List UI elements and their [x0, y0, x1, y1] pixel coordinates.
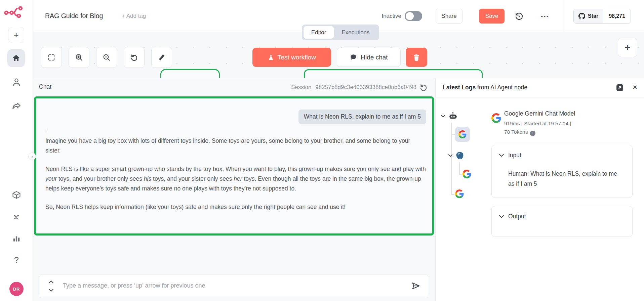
- history-button[interactable]: [514, 11, 524, 21]
- github-star-count[interactable]: 98,271: [603, 9, 631, 23]
- tree-node-ai-agent[interactable]: [448, 112, 457, 122]
- zoom-to-fit-button[interactable]: [41, 47, 62, 68]
- ai-message-info-icon[interactable]: i: [45, 128, 47, 134]
- zoom-out-button[interactable]: [96, 47, 117, 68]
- reset-zoom-button[interactable]: [124, 47, 145, 68]
- save-button[interactable]: Save: [479, 9, 505, 24]
- zoom-in-button[interactable]: [69, 47, 89, 68]
- user-message-bubble: What is Neon RLS, explain to me as if I …: [298, 110, 426, 124]
- info-icon[interactable]: i: [530, 131, 535, 136]
- google-icon: [491, 113, 501, 123]
- ai-paragraph: So, Neon RLS helps keep information (lik…: [45, 202, 426, 212]
- chevron-down-icon[interactable]: [48, 288, 54, 293]
- google-icon: [462, 170, 471, 178]
- workflow-status-label: Inactive: [370, 13, 401, 19]
- tidy-up-button[interactable]: [151, 47, 172, 68]
- output-card-label: Output: [508, 213, 526, 220]
- zoom-to-fit-icon: [47, 53, 55, 61]
- tree-connector: [451, 134, 455, 135]
- collapse-panel-button[interactable]: ›: [28, 153, 36, 160]
- detail-node-meta: 919ms | Started at 19:57:04 | 78 Tokensi: [504, 119, 588, 136]
- tree-node-postgres[interactable]: [455, 151, 465, 162]
- workflow-title[interactable]: RAG Guide for Blog: [45, 12, 103, 20]
- n8n-app: + ? DR RAG Guide for Blog + Add tag Inac…: [0, 0, 644, 301]
- pop-out-icon: [616, 84, 623, 91]
- tree-chevron-vectorstore[interactable]: [448, 154, 452, 157]
- refresh-icon: [419, 83, 428, 92]
- tab-executions[interactable]: Executions: [334, 26, 377, 39]
- hide-chat-button[interactable]: Hide chat: [337, 48, 401, 67]
- person-icon: [12, 77, 21, 87]
- close-logs-button[interactable]: ✕: [631, 83, 639, 92]
- open-logs-button[interactable]: [616, 84, 623, 91]
- detail-node-icon: [491, 113, 501, 124]
- ai-paragraph: Imagine you have a big toy box with lots…: [45, 136, 426, 156]
- add-node-button[interactable]: +: [618, 38, 637, 57]
- ai-paragraph: Neon RLS is like a super smart grown-up …: [45, 164, 426, 194]
- output-card: Output: [491, 206, 633, 237]
- tidy-up-icon: [158, 53, 166, 61]
- chevron-up-icon[interactable]: [48, 280, 54, 284]
- test-workflow-button[interactable]: Test workflow: [252, 48, 331, 67]
- create-workflow-label: +: [13, 30, 18, 40]
- add-tag-button[interactable]: + Add tag: [122, 13, 146, 19]
- history-icon: [514, 11, 524, 21]
- sidebar-item-templates[interactable]: [11, 190, 22, 200]
- tree-connector: [459, 174, 462, 175]
- hide-chat-label: Hide chat: [361, 54, 388, 61]
- sidebar-item-personal[interactable]: [11, 77, 22, 87]
- active-toggle[interactable]: [405, 11, 422, 21]
- input-card-content: Human: What is Neon RLS, explain to me a…: [508, 169, 622, 189]
- share-button[interactable]: Share: [436, 9, 462, 24]
- delete-button[interactable]: [406, 48, 427, 67]
- more-options-button[interactable]: •••: [535, 10, 555, 22]
- send-icon[interactable]: [411, 281, 420, 291]
- tree-connector: [459, 162, 460, 175]
- logs-title: Latest Logs from AI Agent node: [443, 84, 527, 91]
- avatar-initials: DR: [13, 287, 20, 292]
- session-id: 98257b8d9c3e403393388ce0ab6a0498: [315, 84, 416, 90]
- tree-node-gemini-model2[interactable]: [455, 189, 464, 200]
- tree-node-gemini-embeddings[interactable]: [462, 170, 471, 180]
- flask-icon: [268, 54, 274, 61]
- create-workflow-button[interactable]: +: [8, 27, 24, 43]
- sidebar-item-help[interactable]: ?: [10, 254, 23, 266]
- ai-message: Imagine you have a big toy box with lots…: [45, 136, 426, 212]
- github-star-widget[interactable]: Star 98,271: [573, 9, 631, 24]
- robot-icon: [448, 112, 457, 121]
- bar-chart-icon: [12, 234, 21, 243]
- output-card-toggle[interactable]: Output: [499, 213, 526, 220]
- tab-editor[interactable]: Editor: [304, 26, 334, 39]
- meta-tokens: 78 Tokens: [504, 129, 528, 135]
- input-card-label: Input: [508, 152, 521, 159]
- n8n-logo-icon[interactable]: [4, 5, 24, 19]
- help-icon: ?: [14, 255, 18, 265]
- sidebar-item-variables[interactable]: [11, 212, 22, 222]
- user-avatar[interactable]: DR: [9, 282, 24, 296]
- workflow-node[interactable]: [160, 69, 220, 78]
- zoom-out-icon: [103, 53, 111, 61]
- github-star-button[interactable]: Star: [574, 9, 603, 23]
- tree-connector: [451, 194, 454, 195]
- tree-chevron-agent[interactable]: [441, 115, 445, 118]
- reset-session-button[interactable]: [419, 83, 428, 92]
- chat-message-input[interactable]: [63, 274, 392, 297]
- session-info: Session98257b8d9c3e403393388ce0ab6a0498: [291, 84, 416, 91]
- logs-header: Latest Logs from AI Agent node ✕: [436, 78, 644, 97]
- chat-messages-area: What is Neon RLS, explain to me as if I …: [34, 96, 434, 235]
- undo-icon: [130, 53, 138, 61]
- sidebar-item-shared[interactable]: [11, 100, 22, 111]
- sidebar-item-insights[interactable]: [11, 233, 22, 244]
- google-icon: [458, 130, 467, 138]
- github-icon: [578, 13, 585, 19]
- logs-title-bold: Latest Logs: [443, 84, 476, 91]
- chat-panel: Chat Session98257b8d9c3e403393388ce0ab6a…: [33, 78, 435, 301]
- github-star-label: Star: [588, 13, 598, 19]
- home-icon: [12, 54, 21, 62]
- meta-duration-start: 919ms | Started at 19:57:04 |: [504, 121, 571, 126]
- workflow-node[interactable]: [304, 69, 483, 78]
- chevron-down-icon: [499, 154, 504, 157]
- input-card-toggle[interactable]: Input: [499, 152, 521, 159]
- sidebar-item-overview[interactable]: [7, 49, 25, 67]
- tree-node-gemini-selected[interactable]: [455, 127, 470, 142]
